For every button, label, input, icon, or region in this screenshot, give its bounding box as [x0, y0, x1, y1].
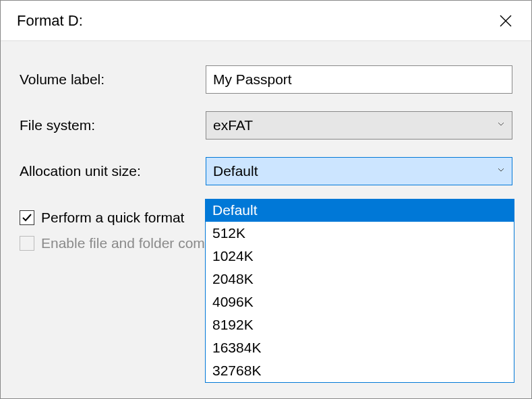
- format-dialog: Format D: Volume label: File system: exF…: [0, 0, 532, 399]
- file-system-value: exFAT: [213, 117, 253, 133]
- quick-format-label: Perform a quick format: [41, 210, 184, 226]
- allocation-value: Default: [213, 163, 258, 179]
- volume-label-label: Volume label:: [20, 71, 206, 88]
- allocation-option[interactable]: 512K: [206, 222, 514, 245]
- volume-label-row: Volume label:: [20, 65, 512, 94]
- volume-label-input[interactable]: [206, 65, 512, 94]
- dialog-title: Format D:: [17, 12, 83, 30]
- allocation-label: Allocation unit size:: [20, 163, 206, 179]
- allocation-option[interactable]: 16384K: [206, 336, 514, 359]
- allocation-option[interactable]: 8192K: [206, 313, 514, 336]
- allocation-dropdown-list: Default 512K 1024K 2048K 4096K 8192K 163…: [205, 199, 514, 383]
- chevron-down-icon: [497, 167, 505, 175]
- checkmark-icon: [22, 212, 32, 223]
- chevron-down-icon: [497, 121, 505, 129]
- file-system-select[interactable]: exFAT: [206, 111, 512, 140]
- allocation-option[interactable]: 4096K: [206, 290, 514, 313]
- compression-checkbox: [20, 236, 34, 251]
- allocation-select[interactable]: Default: [206, 157, 512, 185]
- quick-format-checkbox[interactable]: [20, 210, 34, 225]
- allocation-option[interactable]: Default: [206, 199, 514, 222]
- allocation-row: Allocation unit size: Default: [20, 157, 512, 185]
- file-system-row: File system: exFAT: [20, 111, 512, 140]
- close-button[interactable]: [494, 9, 518, 33]
- allocation-option[interactable]: 1024K: [206, 245, 514, 268]
- titlebar: Format D:: [1, 1, 531, 41]
- file-system-label: File system:: [20, 117, 206, 133]
- allocation-option[interactable]: 2048K: [206, 268, 514, 290]
- allocation-option[interactable]: 32768K: [206, 359, 514, 382]
- close-icon: [499, 14, 512, 28]
